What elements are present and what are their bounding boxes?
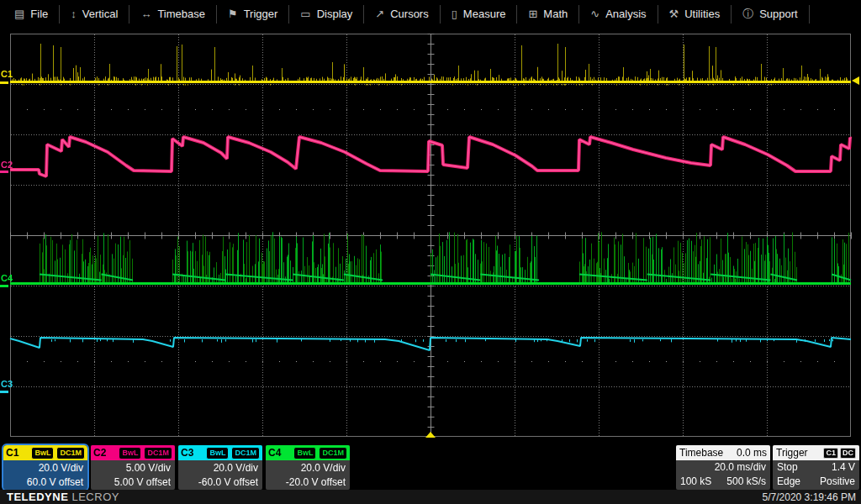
menu-separator bbox=[809, 5, 810, 24]
bandwidth-limit-badge: BwL bbox=[206, 447, 229, 459]
coupling-badge: DC1M bbox=[319, 447, 347, 459]
horizontal-arrows-icon: ↔ bbox=[140, 8, 151, 19]
channel-id: C3 bbox=[181, 447, 193, 459]
volts-per-div: 20.0 V/div bbox=[182, 461, 258, 475]
trigger-level: 1.4 V bbox=[832, 460, 855, 475]
bandwidth-limit-badge: BwL bbox=[31, 447, 54, 459]
menu-display[interactable]: ▭ Display bbox=[289, 0, 363, 28]
info-circle-icon: ⓘ bbox=[742, 8, 753, 19]
menu-math[interactable]: ⊞ Math bbox=[517, 0, 578, 28]
channel-id: C2 bbox=[93, 447, 106, 459]
time-per-div: 20.0 ms/div bbox=[715, 460, 766, 475]
trigger-type: Edge bbox=[777, 475, 800, 489]
trigger-source-badge: C1 bbox=[823, 448, 838, 459]
vertical-arrows-icon: ↕ bbox=[71, 8, 77, 19]
channel-id: C4 bbox=[268, 447, 281, 459]
channel-descriptor-c2[interactable]: C2 BwL DC1M 5.00 V/div 5.00 V offset bbox=[91, 445, 175, 490]
channel-descriptor-c4[interactable]: C4 BwL DC1M 20.0 V/div -20.0 V offset bbox=[266, 445, 350, 490]
datetime-display: 5/7/2020 3:19:46 PM bbox=[763, 491, 861, 503]
waveform-display[interactable] bbox=[0, 0, 861, 504]
trigger-coupling-badge: DC bbox=[840, 448, 856, 459]
offset-value: -20.0 V offset bbox=[270, 475, 346, 490]
trend-chart-icon: ∿ bbox=[590, 8, 600, 19]
menu-file[interactable]: ▤ File bbox=[3, 0, 59, 28]
volts-per-div: 5.00 V/div bbox=[95, 461, 171, 475]
coupling-badge: DC1M bbox=[56, 447, 85, 459]
volts-per-div: 20.0 V/div bbox=[8, 461, 83, 475]
bandwidth-limit-badge: BwL bbox=[119, 447, 141, 459]
trigger-label: Trigger bbox=[776, 447, 808, 459]
timebase-descriptor[interactable]: Timebase 0.0 ms 20.0 ms/div 100 kS 500 k… bbox=[676, 445, 770, 490]
timebase-delay: 0.0 ms bbox=[737, 447, 767, 459]
menu-measure[interactable]: ▯ Measure bbox=[441, 0, 517, 28]
channel-descriptor-c3[interactable]: C3 BwL DC1M 20.0 V/div -60.0 V offset bbox=[178, 445, 262, 490]
offset-value: -60.0 V offset bbox=[182, 475, 258, 490]
menu-trigger[interactable]: ⚑ Trigger bbox=[217, 0, 288, 28]
trigger-descriptor[interactable]: Trigger C1 DC Stop 1.4 V Edge Positive bbox=[773, 445, 859, 490]
bandwidth-limit-badge: BwL bbox=[293, 447, 316, 459]
coupling-badge: DC1M bbox=[144, 447, 172, 459]
calculator-icon: ⊞ bbox=[528, 8, 537, 19]
offset-value: 5.00 V offset bbox=[95, 475, 171, 490]
coupling-badge: DC1M bbox=[231, 447, 260, 459]
channel-descriptor-c1[interactable]: C1 BwL DC1M 20.0 V/div 60.0 V offset bbox=[3, 445, 87, 490]
menu-utilities[interactable]: ⚒ Utilities bbox=[658, 0, 732, 28]
channel-id: C1 bbox=[6, 447, 18, 459]
menu-support[interactable]: ⓘ Support bbox=[732, 0, 809, 28]
ruler-icon: ▯ bbox=[452, 8, 457, 19]
tools-icon: ⚒ bbox=[669, 8, 679, 19]
sample-count: 100 kS bbox=[680, 475, 711, 489]
menu-bar: ▤ File ↕ Vertical ↔ Timebase ⚑ Trigger ▭… bbox=[0, 0, 861, 28]
file-icon: ▤ bbox=[14, 8, 24, 19]
menu-timebase[interactable]: ↔ Timebase bbox=[129, 0, 216, 28]
menu-cursors[interactable]: ↗ Cursors bbox=[364, 0, 439, 28]
cursor-arrow-icon: ↗ bbox=[375, 8, 384, 19]
trigger-slope: Positive bbox=[820, 475, 855, 489]
menu-vertical[interactable]: ↕ Vertical bbox=[60, 0, 129, 28]
monitor-icon: ▭ bbox=[300, 8, 310, 19]
flag-icon: ⚑ bbox=[228, 8, 238, 19]
sample-rate: 500 kS/s bbox=[726, 475, 766, 489]
trigger-mode: Stop bbox=[777, 460, 798, 475]
timebase-label: Timebase bbox=[679, 447, 723, 459]
status-bar: TELEDYNE LECROY 5/7/2020 3:19:46 PM bbox=[0, 490, 861, 504]
offset-value: 60.0 V offset bbox=[8, 475, 83, 490]
volts-per-div: 20.0 V/div bbox=[270, 461, 346, 475]
menu-analysis[interactable]: ∿ Analysis bbox=[579, 0, 657, 28]
brand-logo: TELEDYNE LECROY bbox=[0, 491, 119, 503]
oscilloscope-app: ▤ File ↕ Vertical ↔ Timebase ⚑ Trigger ▭… bbox=[0, 0, 861, 504]
